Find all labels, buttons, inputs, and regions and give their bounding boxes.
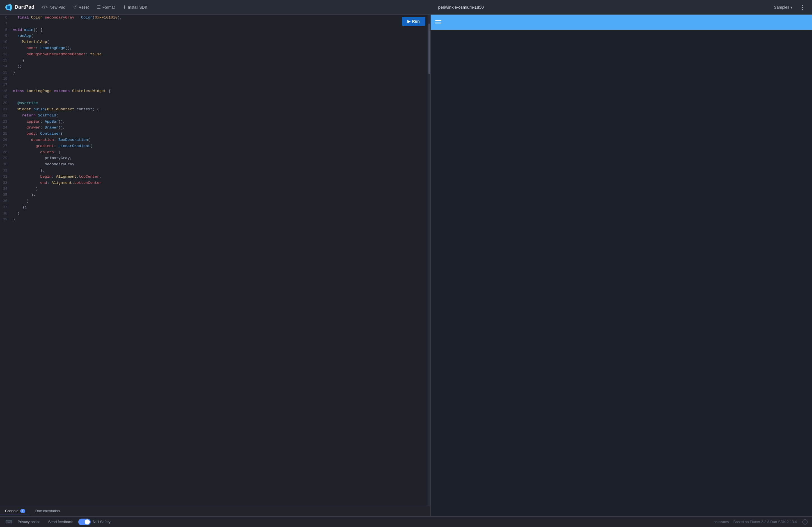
table-row: 10 MaterialApp( — [0, 39, 427, 45]
preview-header — [431, 15, 812, 30]
table-row: 36 ) — [0, 198, 427, 204]
more-options-button[interactable]: ⋮ — [797, 2, 808, 12]
table-row: 15 } — [0, 70, 427, 76]
issues-status: no issues — [713, 520, 729, 524]
table-row: 22 return Scaffold( — [0, 113, 427, 119]
null-safety-toggle[interactable] — [78, 518, 91, 525]
table-row: 7 — [0, 21, 427, 27]
console-badge: 1 — [20, 509, 25, 513]
table-row: 20 @override — [0, 100, 427, 106]
table-row: 34 ) — [0, 186, 427, 192]
run-area: ▶ Run — [402, 17, 425, 26]
table-row: 39 } — [0, 216, 427, 223]
code-editor[interactable]: 6 final Color secondaryGray = Color(0xFF… — [0, 15, 427, 506]
run-play-icon: ▶ — [407, 19, 410, 24]
navbar: DartPad </> New Pad ↺ Reset ☰ Format ⬇ I… — [0, 0, 812, 15]
keyboard-icon[interactable]: ⌨ — [4, 518, 13, 526]
pad-name: periwinkle-osmium-1850 — [152, 5, 770, 10]
table-row: 33 end: Alignment.bottomCenter — [0, 180, 427, 186]
new-pad-button[interactable]: </> New Pad — [38, 3, 69, 12]
table-row: 8 void main() { — [0, 27, 427, 33]
editor-scrollbar[interactable] — [427, 15, 431, 506]
table-row: 37 ); — [0, 204, 427, 211]
table-row: 26 decoration: BoxDecoration( — [0, 137, 427, 143]
main-content: 6 final Color secondaryGray = Color(0xFF… — [0, 15, 812, 516]
app-logo: DartPad — [4, 3, 34, 11]
footer: ⌨ Privacy notice Send feedback Null Safe… — [0, 516, 812, 527]
send-feedback-link[interactable]: Send feedback — [45, 520, 76, 524]
table-row: 6 final Color secondaryGray = Color(0xFF… — [0, 15, 427, 21]
dart-logo-icon — [4, 3, 12, 11]
table-row: 19 — [0, 94, 427, 100]
format-icon: ☰ — [97, 4, 101, 10]
tab-documentation[interactable]: Documentation — [30, 506, 65, 516]
samples-button[interactable]: Samples ▾ — [771, 3, 795, 11]
table-row: 29 primaryGray, — [0, 155, 427, 161]
privacy-notice-link[interactable]: Privacy notice — [14, 520, 44, 524]
editor-area: 6 final Color secondaryGray = Color(0xFF… — [0, 15, 431, 506]
table-row: 16 — [0, 76, 427, 82]
navbar-right: Samples ▾ ⋮ — [771, 2, 808, 12]
preview-body — [431, 30, 812, 516]
table-row: 28 colors: [ — [0, 149, 427, 155]
reset-icon: ↺ — [73, 4, 77, 10]
scrollbar-thumb[interactable] — [429, 24, 430, 74]
null-safety-label: Null Safety — [93, 520, 111, 524]
sdk-info: Based on Flutter 2.2.3 Dart SDK 2.13.4 — [734, 520, 797, 524]
table-row: 9 runApp( — [0, 33, 427, 39]
table-row: 31 ], — [0, 168, 427, 174]
install-sdk-button[interactable]: ⬇ Install SDK — [119, 3, 151, 12]
footer-right: no issues Based on Flutter 2.2.3 Dart SD… — [713, 519, 808, 525]
table-row: 23 appBar: AppBar(), — [0, 119, 427, 125]
bottom-tabs: Console 1 Documentation — [0, 506, 431, 516]
app-title: DartPad — [15, 4, 34, 10]
tab-console[interactable]: Console 1 — [0, 506, 30, 516]
table-row: 21 Widget build(BuildContext context) { — [0, 106, 427, 113]
table-row: 17 — [0, 82, 427, 88]
new-pad-icon: </> — [41, 5, 48, 10]
format-button[interactable]: ☰ Format — [93, 3, 118, 12]
code-table: 6 final Color secondaryGray = Color(0xFF… — [0, 15, 427, 223]
table-row: 35 ), — [0, 192, 427, 198]
table-row: 25 body: Container( — [0, 131, 427, 137]
table-row: 14 ); — [0, 63, 427, 70]
table-row: 30 secondaryGray — [0, 161, 427, 168]
footer-left: ⌨ Privacy notice Send feedback — [4, 518, 76, 526]
table-row: 13 ) — [0, 58, 427, 64]
hamburger-menu-icon[interactable] — [435, 20, 441, 24]
table-row: 38 } — [0, 211, 427, 217]
chevron-down-icon: ▾ — [791, 5, 792, 10]
info-icon[interactable]: i — [802, 519, 808, 525]
table-row: 18 class LandingPage extends StatelessWi… — [0, 88, 427, 94]
table-row: 32 begin: Alignment.topCenter, — [0, 174, 427, 180]
table-row: 24 drawer: Drawer(), — [0, 125, 427, 131]
preview-panel — [431, 15, 812, 516]
run-button[interactable]: ▶ Run — [402, 17, 425, 26]
null-safety-toggle-area: Null Safety — [78, 518, 111, 525]
reset-button[interactable]: ↺ Reset — [70, 3, 92, 12]
table-row: 12 debugShowCheckedModeBanner: false — [0, 51, 427, 58]
table-row: 11 home: LandingPage(), — [0, 45, 427, 51]
table-row: 27 gradient: LinearGradient( — [0, 143, 427, 149]
install-sdk-icon: ⬇ — [122, 4, 126, 10]
editor-panel: 6 final Color secondaryGray = Color(0xFF… — [0, 15, 431, 516]
